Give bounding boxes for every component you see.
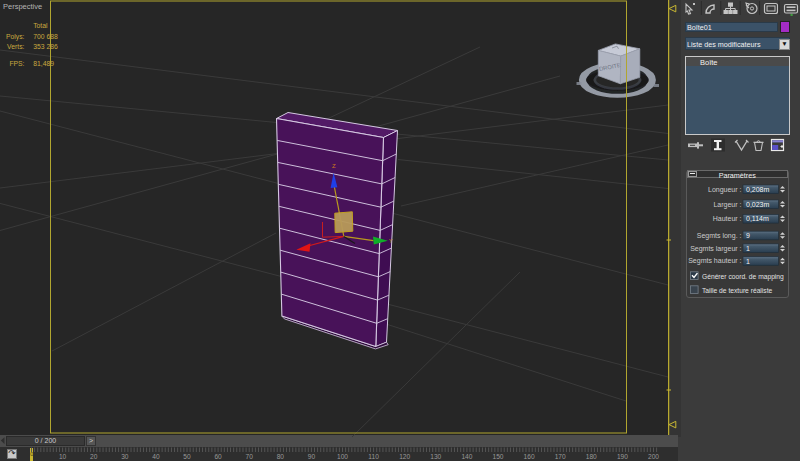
- svg-text:0,208m: 0,208m: [746, 186, 770, 193]
- svg-text:Segmts long. :: Segmts long. :: [697, 232, 742, 240]
- svg-text:150: 150: [492, 453, 503, 460]
- svg-text:160: 160: [524, 453, 535, 460]
- svg-text:1: 1: [746, 245, 750, 252]
- svg-text:40: 40: [152, 453, 160, 460]
- svg-text:Taille de texture réaliste: Taille de texture réaliste: [702, 287, 773, 294]
- svg-text:100: 100: [337, 453, 348, 460]
- svg-text:Verts:: Verts:: [7, 43, 24, 50]
- svg-text:Y: Y: [389, 238, 393, 244]
- svg-text:170: 170: [555, 453, 566, 460]
- svg-text:Polys:: Polys:: [6, 33, 25, 41]
- svg-text:110: 110: [368, 453, 379, 460]
- svg-text:30: 30: [121, 453, 129, 460]
- svg-text:Segmts largeur :: Segmts largeur :: [690, 245, 741, 253]
- svg-text:90: 90: [308, 453, 316, 460]
- svg-text:Hauteur :: Hauteur :: [713, 215, 742, 222]
- svg-text:Segmts hauteur :: Segmts hauteur :: [688, 257, 741, 265]
- svg-text:140: 140: [461, 453, 472, 460]
- svg-text:700 688: 700 688: [33, 33, 58, 40]
- svg-text:Largeur :: Largeur :: [713, 201, 741, 209]
- svg-text:Total: Total: [33, 22, 48, 29]
- svg-text:200: 200: [648, 453, 659, 460]
- svg-text:20: 20: [90, 453, 98, 460]
- svg-text:1: 1: [746, 258, 750, 265]
- svg-text:10: 10: [59, 453, 67, 460]
- svg-text:353 286: 353 286: [33, 43, 58, 50]
- svg-text:120: 120: [399, 453, 410, 460]
- svg-text:Perspective: Perspective: [3, 2, 42, 11]
- svg-text:130: 130: [430, 453, 441, 460]
- svg-text:50: 50: [183, 453, 191, 460]
- svg-text:80: 80: [277, 453, 285, 460]
- svg-text:FPS:: FPS:: [9, 60, 24, 67]
- svg-text:70: 70: [246, 453, 254, 460]
- svg-text:0,114m: 0,114m: [746, 215, 769, 222]
- svg-text:180: 180: [586, 453, 597, 460]
- svg-text:Générer coord. de mapping: Générer coord. de mapping: [702, 273, 784, 281]
- svg-text:81,489: 81,489: [33, 60, 54, 67]
- svg-text:0,023m: 0,023m: [746, 201, 770, 208]
- svg-text:9: 9: [746, 232, 750, 239]
- svg-text:Longueur :: Longueur :: [708, 186, 742, 194]
- svg-text:Z: Z: [332, 163, 336, 169]
- svg-text:60: 60: [214, 453, 222, 460]
- svg-text:190: 190: [617, 453, 628, 460]
